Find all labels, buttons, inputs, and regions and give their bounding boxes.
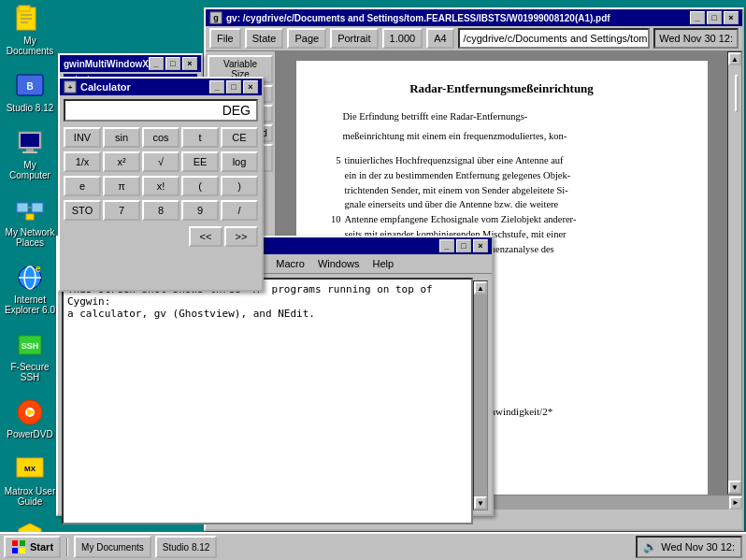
calc-buttons: INV sin cos t CE 1/x x² √ EE log e π x! … [60, 125, 262, 249]
svg-text:e: e [36, 264, 41, 274]
icon-my-computer[interactable]: My Computer [4, 128, 56, 180]
taskbar-btn-mydocs[interactable]: My Documents [74, 536, 151, 558]
calc-maximize[interactable]: □ [226, 80, 241, 93]
nedit-scroll-down[interactable]: ▼ [474, 496, 487, 510]
svg-rect-35 [12, 540, 18, 546]
nedit-windows-menu[interactable]: Windows [312, 256, 366, 271]
icon-ie[interactable]: e Internet Explorer 6.0 [4, 263, 56, 315]
calc-7-btn[interactable]: 7 [103, 200, 140, 221]
nedit-help-menu[interactable]: Help [367, 256, 400, 271]
line-num-10: 10 [324, 212, 341, 227]
nedit-scroll-up[interactable]: ▲ [474, 281, 487, 294]
calc-next-btn[interactable]: >> [224, 226, 258, 247]
calc-prev-btn[interactable]: << [189, 226, 222, 247]
icon-network-places[interactable]: My Network Places [4, 195, 56, 248]
taskbar-btn-studio[interactable]: Studio 8.12 [155, 536, 218, 558]
calc-ee-btn[interactable]: EE [181, 151, 219, 172]
gv-vscrollbar[interactable]: ▲ ▼ [727, 51, 742, 495]
calc-pi-btn[interactable]: π [103, 176, 140, 196]
calc-rparen-btn[interactable]: ) [221, 176, 258, 196]
gv-minimize-btn[interactable]: _ [690, 11, 705, 24]
calc-log-btn[interactable]: log [221, 151, 258, 172]
start-icon [11, 539, 26, 554]
icon-powerdvd[interactable]: PowerDVD [4, 397, 56, 439]
desktop-icons: My Documents B Studio 8.12 My Compute [4, 4, 56, 560]
svg-rect-38 [20, 548, 25, 553]
calc-window: + Calculator _ □ × DEG INV sin cos t CE … [58, 77, 264, 292]
calc-row3: e π x! ( ) [64, 176, 258, 196]
scroll-down-btn[interactable]: ▼ [728, 481, 741, 494]
scroll-up-btn[interactable]: ▲ [728, 52, 741, 65]
gv-close-btn[interactable]: × [724, 11, 739, 24]
para-line-5: trichtenden Sender, mit einem von Sender… [345, 183, 680, 198]
icon-my-documents[interactable]: My Documents [4, 4, 56, 56]
nedit-macro-menu[interactable]: Macro [270, 256, 310, 271]
icon-matrox[interactable]: MX Matrox User Guide [4, 454, 56, 507]
nedit-maximize[interactable]: □ [456, 239, 471, 252]
calc-sin-btn[interactable]: sin [103, 127, 140, 148]
gv-titlebar[interactable]: g gv: /cygdrive/c/Documents and Settings… [206, 9, 742, 26]
nedit-vscrollbar[interactable]: ▲ ▼ [473, 280, 488, 510]
calc-t-btn[interactable]: t [181, 127, 219, 148]
calc-1x-btn[interactable]: 1/x [64, 151, 101, 172]
winmulti-minimize[interactable]: _ [149, 57, 164, 70]
calc-close[interactable]: × [243, 80, 258, 93]
gv-zoom-btn[interactable]: 1.000 [382, 28, 423, 49]
calc-9-btn[interactable]: 9 [181, 200, 219, 221]
winmulti-titlebar[interactable]: gwinMultiWindowXMsgProc _ □ × [60, 55, 201, 72]
desktop: My Documents B Studio 8.12 My Compute [0, 0, 746, 532]
calc-row1: INV sin cos t CE [64, 127, 258, 148]
taskbar-divider [66, 538, 68, 556]
nedit-text-area[interactable] [62, 278, 473, 524]
calc-minimize[interactable]: _ [209, 80, 224, 93]
svg-text:g: g [213, 13, 219, 22]
gv-portrait-btn[interactable]: Portrait [330, 28, 378, 49]
svg-rect-11 [17, 203, 28, 212]
icon-fsecure[interactable]: SSH F-Secure SSH [4, 330, 56, 382]
winmulti-maximize[interactable]: □ [165, 57, 180, 70]
para-line-3: tinuierliches Hochfrequenzsignal über ei… [345, 153, 680, 168]
para-line-6: gnale einerseits und über die Antenne bz… [345, 197, 680, 212]
svg-rect-1 [19, 6, 30, 11]
gv-paper-btn[interactable]: A4 [426, 28, 453, 49]
svg-text:B: B [26, 81, 33, 92]
scroll-thumb[interactable] [735, 75, 739, 112]
svg-text:MX: MX [24, 465, 36, 473]
icon-studio[interactable]: B Studio 8.12 [4, 71, 56, 113]
icon-fsecure-label: F-Secure SSH [4, 362, 56, 382]
calc-sqrt-btn[interactable]: √ [142, 151, 179, 172]
calc-inv-btn[interactable]: INV [64, 127, 101, 148]
calc-sto-btn[interactable]: STO [64, 200, 101, 221]
nedit-inner [58, 274, 492, 528]
calc-display-value: DEG [222, 103, 251, 118]
gv-page-btn[interactable]: Page [287, 28, 326, 49]
nedit-minimize[interactable]: _ [439, 239, 454, 252]
gv-state-btn[interactable]: State [245, 28, 284, 49]
winmulti-close[interactable]: × [182, 57, 197, 70]
gv-file-btn[interactable]: File [209, 28, 241, 49]
calc-title: Calculator [80, 81, 131, 93]
calc-fact-btn[interactable]: x! [142, 176, 179, 196]
calc-x2-btn[interactable]: x² [103, 151, 140, 172]
start-button[interactable]: Start [4, 536, 61, 558]
gv-title: gv: /cygdrive/c/Documents and Settings/t… [226, 13, 610, 23]
gv-maximize-btn[interactable]: □ [707, 11, 722, 24]
icon-my-computer-label: My Computer [4, 160, 56, 180]
scroll-right-btn[interactable]: ► [729, 496, 742, 510]
calc-e-btn[interactable]: e [64, 176, 101, 196]
calc-8-btn[interactable]: 8 [142, 200, 179, 221]
speaker-icon[interactable]: 🔊 [643, 540, 657, 553]
taskbar: Start My Documents Studio 8.12 🔊 Wed Nov… [0, 532, 746, 560]
calc-ce-btn[interactable]: CE [221, 127, 258, 148]
line-num-5: 5 [324, 153, 341, 168]
calc-cos-btn[interactable]: cos [142, 127, 179, 148]
gv-toolbar: File State Page Portrait 1.000 A4 /cygdr… [206, 26, 742, 51]
calc-row2: 1/x x² √ EE log [64, 151, 258, 172]
calc-lparen-btn[interactable]: ( [181, 176, 219, 196]
calc-titlebar[interactable]: + Calculator _ □ × [60, 79, 262, 95]
icon-powerdvd-label: PowerDVD [7, 429, 52, 439]
calc-div-btn[interactable]: / [221, 200, 258, 221]
nedit-close[interactable]: × [473, 239, 488, 252]
gv-path: /cygdrive/c/Documents and Settings/tom.F… [458, 28, 651, 49]
start-label: Start [30, 541, 53, 553]
